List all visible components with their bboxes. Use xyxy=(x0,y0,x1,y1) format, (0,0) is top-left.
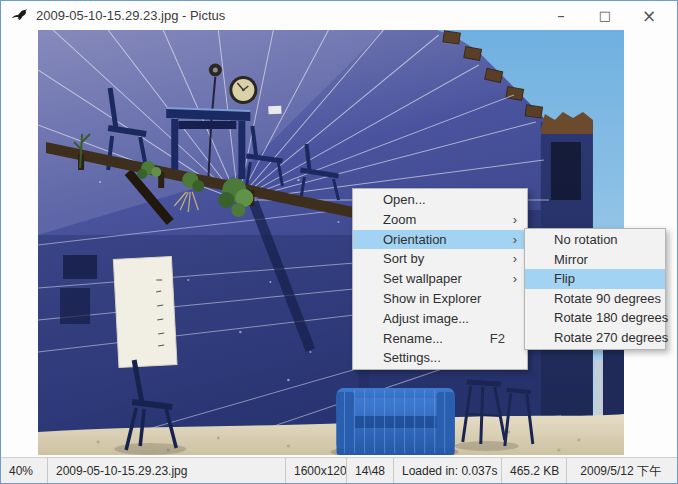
menu-item-adjust-image[interactable]: Adjust image... xyxy=(353,309,527,329)
submenu-arrow-icon: › xyxy=(513,210,517,230)
menu-item-sort-by[interactable]: Sort by › xyxy=(353,249,527,269)
status-file-index: 14\48 xyxy=(347,458,394,484)
status-dimensions: 1600x1200 xyxy=(286,458,347,484)
menu-item-orientation[interactable]: Orientation › xyxy=(353,230,527,250)
submenu-arrow-icon: › xyxy=(513,249,517,269)
shortcut-label: F2 xyxy=(490,329,505,349)
status-date: 2009/5/12 下午 xyxy=(567,458,677,484)
status-filename: 2009-05-10-15.29.23.jpg xyxy=(48,458,286,484)
menu-item-settings[interactable]: Settings... xyxy=(353,348,527,368)
maximize-button[interactable]: □ xyxy=(583,1,627,30)
submenu-item-flip[interactable]: Flip xyxy=(525,269,665,289)
submenu-arrow-icon: › xyxy=(513,230,517,250)
menu-item-rename[interactable]: Rename... F2 xyxy=(353,329,527,349)
context-menu: Open... Zoom › Orientation › Sort by › S… xyxy=(352,188,528,370)
status-file-size: 465.2 KB xyxy=(502,458,567,484)
window-title: 2009-05-10-15.29.23.jpg - Pictus xyxy=(36,8,225,23)
menu-item-set-wallpaper[interactable]: Set wallpaper › xyxy=(353,269,527,289)
title-bar: 2009-05-10-15.29.23.jpg - Pictus – □ × xyxy=(1,1,677,30)
submenu-item-rotate-90[interactable]: Rotate 90 degrees xyxy=(525,289,665,309)
submenu-arrow-icon: › xyxy=(513,269,517,289)
menu-item-show-in-explorer[interactable]: Show in Explorer xyxy=(353,289,527,309)
status-zoom-level: 40% xyxy=(1,458,48,484)
viewer-area[interactable]: Open... Zoom › Orientation › Sort by › S… xyxy=(1,30,677,457)
status-load-time: Loaded in: 0.037s xyxy=(394,458,502,484)
submenu-item-mirror[interactable]: Mirror xyxy=(525,250,665,270)
menu-item-open[interactable]: Open... xyxy=(353,190,527,210)
status-bar: 40% 2009-05-10-15.29.23.jpg 1600x1200 14… xyxy=(1,457,677,484)
minimize-button[interactable]: – xyxy=(539,1,583,30)
submenu-item-no-rotation[interactable]: No rotation xyxy=(525,230,665,250)
submenu-item-rotate-180[interactable]: Rotate 180 degrees xyxy=(525,308,665,328)
menu-item-zoom[interactable]: Zoom › xyxy=(353,210,527,230)
window-controls: – □ × xyxy=(539,1,671,30)
photo-armchair xyxy=(337,388,455,455)
submenu-item-rotate-270[interactable]: Rotate 270 degrees xyxy=(525,328,665,348)
close-button[interactable]: × xyxy=(627,1,671,30)
pictus-window: 2009-05-10-15.29.23.jpg - Pictus – □ × xyxy=(0,0,678,484)
orientation-submenu: No rotation Mirror Flip Rotate 90 degree… xyxy=(524,228,666,350)
pictus-bird-icon xyxy=(11,7,28,24)
